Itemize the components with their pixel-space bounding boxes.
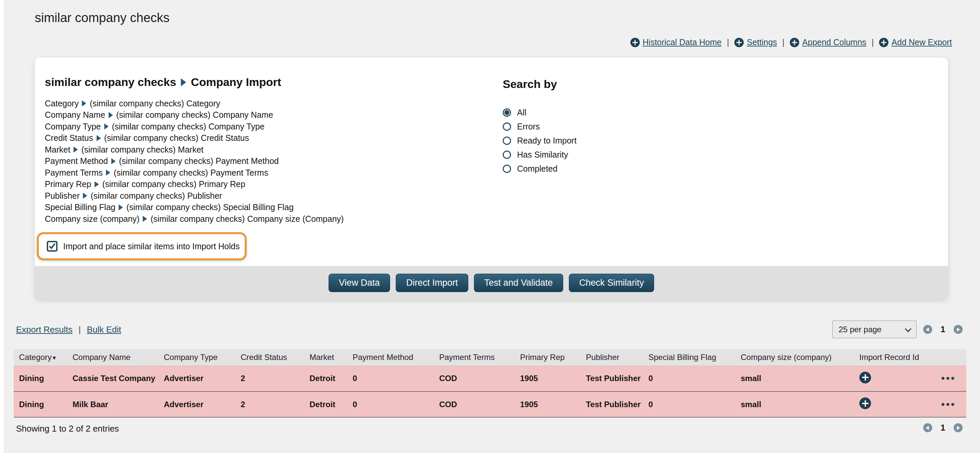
search-option-errors[interactable]: Errors <box>503 120 577 134</box>
nav-link-label: Append Columns <box>802 37 866 47</box>
column-header-label: Publisher <box>586 353 619 362</box>
column-header-category[interactable]: Category▾ <box>14 349 67 366</box>
search-by-options: All Errors Ready to Import Has S <box>503 105 577 175</box>
sort-caret-icon: ▾ <box>52 354 56 361</box>
cell-publisher: Test Publisher <box>581 366 643 391</box>
table-header-row: Category▾ Company Name▾ Company Type▾ Cr… <box>14 349 966 366</box>
column-header-label: Company Name <box>73 353 130 362</box>
add-plus-icon <box>790 38 799 47</box>
row-menu-ellipsis-icon[interactable]: ••• <box>941 373 956 384</box>
mapping-target: (similar company checks) Company Name <box>116 110 274 120</box>
bulk-edit-link[interactable]: Bulk Edit <box>87 325 121 335</box>
mapping-target: (similar company checks) Publisher <box>91 191 222 201</box>
column-header-market[interactable]: Market▾ <box>304 349 347 366</box>
search-option-completed[interactable]: Completed <box>503 161 577 175</box>
mapping-target: (similar company checks) Market <box>81 145 203 155</box>
arrow-right-icon <box>143 216 147 222</box>
mapping-target: (similar company checks) Company size (C… <box>150 214 344 224</box>
column-header-company-size[interactable]: Company size (company)▾ <box>735 349 854 366</box>
mapping-source: Special Billing Flag <box>45 203 115 212</box>
import-holds-checkbox[interactable] <box>47 241 57 252</box>
column-header-credit-status[interactable]: Credit Status▾ <box>235 349 304 366</box>
cell-company-name: Milk Baar <box>67 391 158 417</box>
pager: 1 <box>923 423 963 432</box>
import-holds-label: Import and place similar items into Impo… <box>63 242 240 251</box>
nav-separator: | <box>872 37 874 47</box>
arrow-right-icon <box>73 147 78 153</box>
page-size-select[interactable]: 25 per page <box>832 321 916 338</box>
field-mapping-row: Primary Rep (similar company checks) Pri… <box>45 179 344 190</box>
cell-primary-rep: 1905 <box>515 391 581 417</box>
column-header-payment-terms[interactable]: Payment Terms▾ <box>434 349 515 366</box>
page: similar company checks Historical Data H… <box>0 0 980 453</box>
next-page-button[interactable] <box>954 423 963 432</box>
nav-link-append-columns[interactable]: Append Columns <box>790 37 866 47</box>
mapping-source: Market <box>45 145 70 155</box>
column-header-label: Credit Status <box>241 353 287 362</box>
table-body: Dining Cassie Test Company Advertiser 2 … <box>14 366 966 417</box>
search-option-has-similarity[interactable]: Has Similarity <box>503 148 577 161</box>
nav-link-label: Settings <box>747 37 777 47</box>
mapping-source: Credit Status <box>45 133 93 143</box>
search-option-label: Has Similarity <box>517 150 568 160</box>
pagination-top: 25 per page 1 <box>832 321 963 338</box>
column-header-company-type[interactable]: Company Type▾ <box>158 349 235 366</box>
arrow-right-icon <box>106 170 110 175</box>
column-header-special-billing-flag[interactable]: Special Billing Flag▾ <box>643 349 735 366</box>
mapping-source: Category <box>45 99 78 108</box>
arrow-right-icon <box>957 426 960 430</box>
field-mapping-row: Company Name (similar company checks) Co… <box>45 109 344 121</box>
breadcrumb: similar company checks Company Import <box>45 76 281 89</box>
search-by-title: Search by <box>503 78 577 91</box>
arrow-left-icon <box>926 327 929 332</box>
field-mapping-row: Payment Method (similar company checks) … <box>45 156 344 167</box>
cell-payment-terms: COD <box>434 391 515 417</box>
prev-page-button[interactable] <box>923 423 932 432</box>
search-option-label: Ready to Import <box>517 136 577 145</box>
column-header-label: Payment Terms <box>439 353 495 362</box>
search-option-ready-to-import[interactable]: Ready to Import <box>503 134 577 148</box>
column-header-publisher[interactable]: Publisher▾ <box>581 349 643 366</box>
page-size-select-wrap: 25 per page <box>832 321 916 338</box>
column-header-import-record-id[interactable]: Import Record Id▾ <box>854 349 936 366</box>
field-mapping-row: Category (similar company checks) Catego… <box>45 98 344 109</box>
nav-separator: | <box>727 37 729 47</box>
column-header-actions[interactable]: ▾ <box>936 349 966 366</box>
pagination-bottom: 1 <box>923 423 963 432</box>
nav-link-settings[interactable]: Settings <box>734 37 777 47</box>
plus-circle-icon[interactable] <box>859 397 871 409</box>
radio-icon[interactable] <box>503 108 511 117</box>
next-page-button[interactable] <box>954 325 963 334</box>
check-similarity-button[interactable]: Check Similarity <box>569 274 654 292</box>
add-plus-icon <box>630 38 640 47</box>
row-menu-ellipsis-icon[interactable]: ••• <box>941 399 956 410</box>
field-mapping-row: Special Billing Flag (similar company ch… <box>45 202 344 214</box>
cell-company-type: Advertiser <box>158 391 235 417</box>
view-data-button[interactable]: View Data <box>329 274 390 292</box>
mapping-source: Primary Rep <box>45 179 91 189</box>
export-results-link[interactable]: Export Results <box>16 325 73 335</box>
cell-payment-method: 0 <box>347 366 434 391</box>
search-option-label: Completed <box>517 164 557 174</box>
page-number: 1 <box>940 325 945 334</box>
direct-import-button[interactable]: Direct Import <box>396 274 468 292</box>
field-mapping-row: Publisher (similar company checks) Publi… <box>45 190 344 202</box>
search-option-label: All <box>517 108 527 117</box>
test-and-validate-button[interactable]: Test and Validate <box>474 274 563 292</box>
nav-separator: | <box>783 37 785 47</box>
mapping-target: (similar company checks) Payment Method <box>119 156 279 166</box>
column-header-primary-rep[interactable]: Primary Rep▾ <box>515 349 581 366</box>
search-option-all[interactable]: All <box>503 105 577 120</box>
nav-link-add-new-export[interactable]: Add New Export <box>879 37 952 47</box>
plus-circle-icon[interactable] <box>859 372 871 383</box>
field-mapping-row: Credit Status (similar company checks) C… <box>45 132 344 144</box>
radio-icon[interactable] <box>503 123 511 131</box>
column-header-payment-method[interactable]: Payment Method▾ <box>347 349 434 366</box>
radio-icon[interactable] <box>503 164 511 173</box>
radio-icon[interactable] <box>503 137 511 145</box>
nav-link-historical-data-home[interactable]: Historical Data Home <box>630 37 722 47</box>
cell-credit-status: 2 <box>235 366 304 391</box>
column-header-company-name[interactable]: Company Name▾ <box>67 349 158 366</box>
prev-page-button[interactable] <box>923 325 932 334</box>
radio-icon[interactable] <box>503 150 511 159</box>
